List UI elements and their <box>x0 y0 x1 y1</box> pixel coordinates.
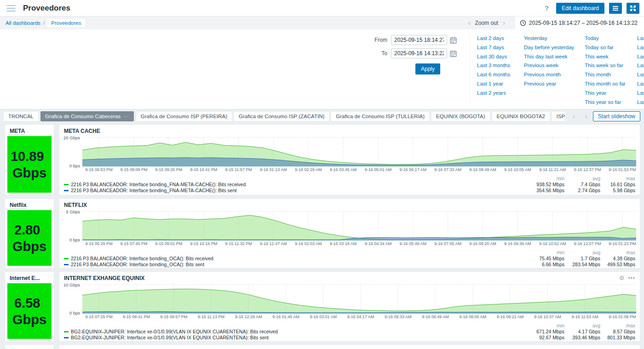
graph-plot-area[interactable]: 10 Gbps0 bps <box>82 284 636 314</box>
quick-link[interactable]: This week <box>585 52 631 62</box>
tab-options-icon[interactable]: ⋯ <box>123 114 129 119</box>
legend-series-label[interactable]: 2216 P3 BALANCEADOR: Interface bonding_O… <box>64 262 512 267</box>
quick-link[interactable]: Last 7 days <box>477 43 518 52</box>
dashboard-page-tab[interactable]: Grafica de Consumo ISP (TULLERIA) <box>331 112 429 121</box>
from-calendar-icon[interactable] <box>450 37 457 44</box>
value-unit: Gbps <box>12 166 46 180</box>
breadcrumb: All dashboards / Proveedores <box>0 19 85 27</box>
from-input[interactable] <box>391 35 447 45</box>
quick-link[interactable]: Previous year <box>524 80 578 89</box>
x-axis-tick-label: 9-16 01:53 PM <box>609 167 636 172</box>
value-widget-title: Netflix <box>5 199 54 210</box>
value-widget-title: META <box>5 125 54 136</box>
quick-link[interactable]: This day last week <box>524 52 578 62</box>
quick-link[interactable]: This month so far <box>585 80 631 89</box>
dashboard-page-tab[interactable]: TRONCAL <box>4 112 38 121</box>
quick-link[interactable]: Last 1 hour <box>637 61 644 70</box>
quick-link[interactable]: This week so far <box>585 61 631 70</box>
quick-link[interactable]: Last 30 minutes <box>637 52 644 62</box>
legend-header-spacer <box>64 323 512 328</box>
x-axis-tick-label: 9-16 12:37 PM <box>574 167 601 172</box>
legend-series-label[interactable]: 2216 P3 BALANCEADOR: Interface bonding_O… <box>64 256 512 261</box>
quick-link[interactable]: Last 30 days <box>477 52 518 62</box>
quick-link[interactable]: Last 5 minutes <box>637 34 644 43</box>
kiosk-fullscreen-button[interactable] <box>627 3 639 14</box>
dashboard-page-tab[interactable]: ISP VILLAVICENCIO <box>552 112 565 121</box>
quick-link[interactable]: Last 2 days <box>477 34 518 43</box>
time-forward-icon[interactable]: › <box>498 19 510 27</box>
dashboard-page-tab[interactable]: Grafica de Consumo ISP (ZACATIN) <box>234 112 329 121</box>
gear-icon[interactable]: ⚙ <box>619 275 625 281</box>
x-axis-tick-label: 9-16 11:53 AM <box>572 315 598 319</box>
time-range-tab[interactable]: 2025-09-15 18:14:27 – 2025-09-16 14:13:2… <box>515 17 644 29</box>
graph-panel: META CACHE20 Gbps0 bps9-15 06:53 PM9-15 … <box>59 124 640 195</box>
time-filter-panel: From To Apply Last 2 daysLast 7 daysLast… <box>0 29 644 109</box>
legend-value-min: 354.56 Mbps <box>512 188 564 193</box>
legend-series-label[interactable]: BG2-EQUINIX-JUNIPER: Interface xe-0/1/0.… <box>64 329 512 334</box>
quick-link[interactable]: Last 2 years <box>477 89 518 98</box>
x-axis-tick-label: 9-16 12:07 PM <box>574 241 601 246</box>
tab-label: Grafica de Consumo ISP (PEREIRA) <box>141 114 227 119</box>
quick-link[interactable]: Last 1 day <box>637 98 644 107</box>
time-back-icon[interactable]: ‹ <box>464 19 475 27</box>
sidebar-menu-icon[interactable] <box>6 5 16 11</box>
help-icon[interactable]: ? <box>542 4 552 12</box>
dashboard-menu-button[interactable] <box>609 3 622 14</box>
quick-link[interactable]: Today so far <box>585 43 631 52</box>
quick-link[interactable]: Last 3 hours <box>637 70 644 80</box>
quick-link[interactable]: Today <box>585 34 631 43</box>
value-widget-title-text[interactable]: Netflix <box>10 202 27 209</box>
dashboard-page-tab[interactable]: Grafica de Consumo Cabeceras⋯ <box>40 111 134 121</box>
x-axis-tick-label: 9-16 03:01 AM <box>310 315 337 319</box>
dashboard-page-tab[interactable]: Grafica de Consumo ISP (PEREIRA) <box>136 112 232 121</box>
to-calendar-icon[interactable] <box>450 50 457 57</box>
breadcrumb-all-dashboards[interactable]: All dashboards <box>6 20 40 26</box>
x-axis-tick-label: 9-15 11:32 PM <box>225 241 252 246</box>
to-input[interactable] <box>391 48 447 58</box>
edit-dashboard-button[interactable]: Edit dashboard <box>556 3 604 14</box>
quick-link[interactable]: This year so far <box>585 98 631 107</box>
value-widget-title: Internet E... <box>5 272 54 283</box>
breadcrumb-current[interactable]: Proveedores <box>47 19 85 27</box>
value-widget-title-text[interactable]: META <box>10 128 25 135</box>
legend-series-text: 2216 P3 BALANCEADOR: Interface bonding_O… <box>71 256 213 261</box>
legend-header-avg: avg <box>564 250 600 255</box>
quick-link[interactable]: Last 3 months <box>477 61 518 70</box>
tabs-scroll-left-icon[interactable]: ‹ <box>568 113 580 120</box>
legend-value-max: 16.61 Gbps <box>600 182 635 187</box>
x-axis-tick-label: 9-16 07:05 AM <box>434 241 461 246</box>
quick-links-column-2: YesterdayDay before yesterdayThis day la… <box>524 34 578 107</box>
apply-button[interactable]: Apply <box>415 63 440 74</box>
start-slideshow-button[interactable]: Start slideshow <box>593 111 640 121</box>
quick-link[interactable]: This year <box>585 89 631 98</box>
legend-value-min: 92.67 Mbps <box>512 335 564 340</box>
dashboard-page-tab[interactable]: EQUINIX (BOGOTA) <box>431 112 490 121</box>
y-axis-max-label: 10 Gbps <box>63 282 80 287</box>
quick-link[interactable]: Previous month <box>524 70 578 80</box>
kebab-menu-icon[interactable]: ••• <box>628 275 635 281</box>
legend-value-max: 8.57 Gbps <box>600 329 635 334</box>
quick-link[interactable]: Last 6 hours <box>637 80 644 89</box>
x-axis-tick-label: 9-16 06:49 AM <box>422 315 449 319</box>
graph-plot-area[interactable]: 20 Gbps0 bps <box>82 137 636 166</box>
legend-series-label[interactable]: 2216 P3 BALANCEADOR: Interface bonding_F… <box>64 188 512 193</box>
quick-link[interactable]: Last 12 hours <box>637 89 644 98</box>
x-axis-tick-label: 9-16 06:17 AM <box>400 167 427 172</box>
quick-link[interactable]: Previous week <box>524 61 578 70</box>
dashboard-page-tab[interactable]: EQUINIX BOGOTA2 <box>492 112 550 121</box>
quick-link[interactable]: Day before yesterday <box>524 43 578 52</box>
quick-link[interactable]: Yesterday <box>524 34 578 43</box>
legend-series-label[interactable]: 2216 P3 BALANCEADOR: Interface bonding_F… <box>64 182 512 187</box>
clock-icon <box>520 20 526 26</box>
quick-link[interactable]: Last 15 minutes <box>637 43 644 52</box>
graph-plot-area[interactable]: 5 Gbps0 bps <box>82 211 636 240</box>
quick-link[interactable]: This month <box>585 70 631 80</box>
legend-series-label[interactable]: BG2-EQUINIX-JUNIPER: Interface xe-0/1/0.… <box>64 335 512 340</box>
zoom-out-button[interactable]: Zoom out <box>475 20 498 26</box>
value-widget-title-text[interactable]: Internet E... <box>10 275 40 282</box>
legend-header-min: min <box>512 323 564 328</box>
legend-value-avg: 7.4 Gbps <box>564 182 600 187</box>
quick-link[interactable]: Last 1 year <box>477 80 518 89</box>
quick-link[interactable]: Last 6 months <box>477 70 518 80</box>
tabs-scroll-right-icon[interactable]: › <box>581 113 592 120</box>
